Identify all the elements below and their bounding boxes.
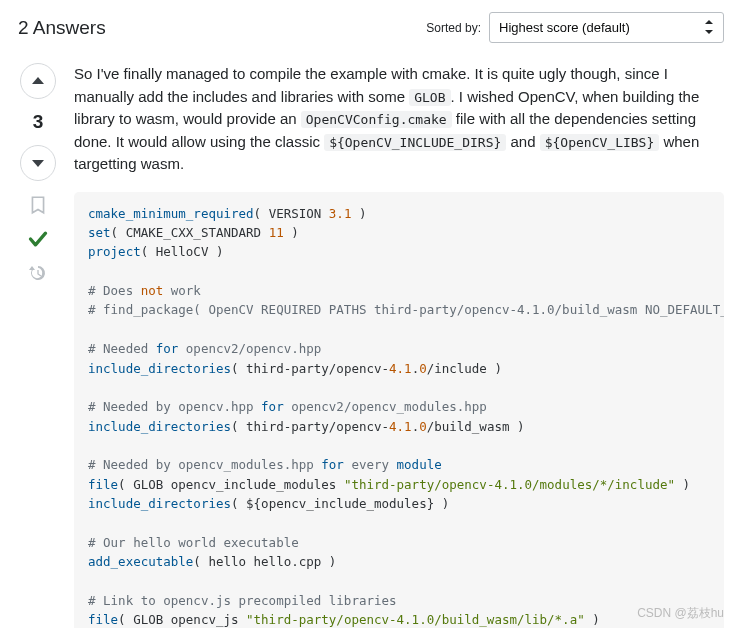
inline-code: GLOB: [409, 89, 450, 106]
history-button[interactable]: [28, 263, 48, 283]
bookmark-button[interactable]: [28, 195, 48, 215]
upvote-button[interactable]: [20, 63, 56, 99]
downvote-button[interactable]: [20, 145, 56, 181]
answers-count-title: 2 Answers: [18, 17, 106, 39]
vote-column: 3: [18, 63, 58, 628]
accepted-answer-indicator: [28, 229, 48, 249]
checkmark-icon: [28, 229, 48, 249]
code-block[interactable]: cmake_minimum_required( VERSION 3.1 ) se…: [74, 192, 724, 629]
history-icon: [28, 263, 48, 283]
sort-select[interactable]: Highest score (default): [489, 12, 724, 43]
sort-control: Sorted by: Highest score (default): [426, 12, 724, 43]
answer-body: So I've finally managed to compile the e…: [74, 63, 724, 628]
caret-up-icon: [31, 74, 45, 88]
caret-down-icon: [31, 156, 45, 170]
inline-code: OpenCVConfig.cmake: [301, 111, 452, 128]
inline-code: ${OpenCV_INCLUDE_DIRS}: [324, 134, 506, 151]
answer-paragraph: So I've finally managed to compile the e…: [74, 63, 724, 176]
bookmark-icon: [28, 195, 48, 215]
answers-header: 2 Answers Sorted by: Highest score (defa…: [18, 12, 724, 43]
inline-code: ${OpenCV_LIBS}: [540, 134, 660, 151]
answer: 3 So I've finally managed to compile the…: [18, 63, 724, 628]
sort-label: Sorted by:: [426, 21, 481, 35]
vote-score: 3: [33, 111, 44, 133]
